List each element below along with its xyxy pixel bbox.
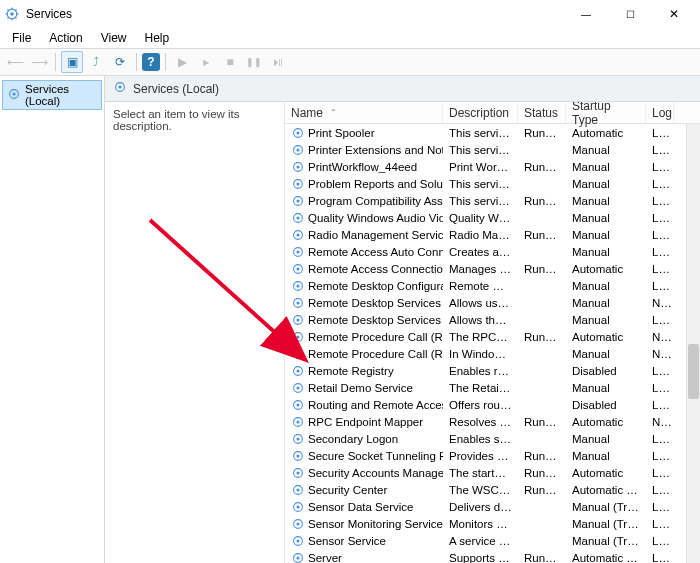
service-row[interactable]: Routing and Remote AccessOffers routi...… [285,396,700,413]
service-name: Sensor Data Service [308,501,413,513]
menu-action[interactable]: Action [41,29,90,47]
refresh-button[interactable]: ⟳ [109,51,131,73]
service-row[interactable]: Problem Reports and Soluti...This servic… [285,175,700,192]
service-row[interactable]: Security Accounts ManagerThe startup ...… [285,464,700,481]
service-description: This service ... [443,144,518,156]
gear-icon [291,381,305,395]
help-button[interactable]: ? [142,53,160,71]
service-logon: Loc [646,127,674,139]
service-status: Running [518,229,566,241]
column-header-startup[interactable]: Startup Type [566,102,646,123]
svg-point-65 [296,556,299,559]
export-list-button[interactable]: ⤴ [85,51,107,73]
menu-file[interactable]: File [4,29,39,47]
service-row[interactable]: Print SpoolerThis service ...RunningAuto… [285,124,700,141]
service-startup: Manual [566,195,646,207]
svg-point-57 [296,488,299,491]
service-row[interactable]: Printer Extensions and Notif...This serv… [285,141,700,158]
gear-icon [291,211,305,225]
column-headers-row: Name ⌃ Description Status Startup Type L… [285,102,700,124]
services-rows: Print SpoolerThis service ...RunningAuto… [285,124,700,563]
svg-point-11 [12,92,15,95]
service-logon: Loc [646,450,674,462]
close-button[interactable]: ✕ [652,0,696,28]
back-button[interactable]: ⟵ [4,51,26,73]
service-row[interactable]: Retail Demo ServiceThe Retail D...Manual… [285,379,700,396]
service-startup: Automatic [566,467,646,479]
stop-service-button[interactable]: ■ [219,51,241,73]
service-row[interactable]: Sensor ServiceA service fo...Manual (Tri… [285,532,700,549]
service-row[interactable]: Remote RegistryEnables rem...DisabledLoc [285,362,700,379]
service-name: Sensor Monitoring Service [308,518,443,530]
service-row[interactable]: Remote Procedure Call (RPC)The RPCSS ...… [285,328,700,345]
service-row[interactable]: Quality Windows Audio Vid...Quality Win.… [285,209,700,226]
service-logon: Loc [646,280,674,292]
gear-icon [291,483,305,497]
vertical-scrollbar[interactable] [686,124,700,563]
start-service-button[interactable]: ▶ [171,51,193,73]
restart-service-button[interactable]: ⏯ [267,51,289,73]
service-name: PrintWorkflow_44eed [308,161,417,173]
service-row[interactable]: Radio Management ServiceRadio Mana...Run… [285,226,700,243]
service-row[interactable]: Remote Desktop Services U...Allows the r… [285,311,700,328]
menu-help[interactable]: Help [137,29,178,47]
service-name: Secure Socket Tunneling Pr... [308,450,443,462]
service-name: Quality Windows Audio Vid... [308,212,443,224]
gear-icon [291,449,305,463]
description-column: Select an item to view its description. [105,102,285,563]
menu-view[interactable]: View [93,29,135,47]
column-header-logon[interactable]: Log [646,102,674,123]
svg-point-23 [296,199,299,202]
service-row[interactable]: Remote Procedure Call (RP...In Windows..… [285,345,700,362]
service-startup: Manual [566,178,646,190]
service-row[interactable]: ServerSupports fil...RunningAutomatic (T… [285,549,700,563]
service-row[interactable]: RPC Endpoint MapperResolves RP...Running… [285,413,700,430]
service-name: Print Spooler [308,127,374,139]
service-description: In Windows... [443,348,518,360]
service-row[interactable]: Remote Desktop Configurat...Remote Des..… [285,277,700,294]
service-row[interactable]: Secondary LogonEnables star...ManualLoc [285,430,700,447]
column-header-status[interactable]: Status [518,102,566,123]
service-status: Running [518,450,566,462]
gear-icon [291,330,305,344]
service-name: Remote Procedure Call (RP... [308,348,443,360]
service-row[interactable]: PrintWorkflow_44eedPrint Workfl...Runnin… [285,158,700,175]
svg-point-59 [296,505,299,508]
service-startup: Manual (Trig... [566,501,646,513]
column-header-description[interactable]: Description [443,102,518,123]
service-row[interactable]: Sensor Data ServiceDelivers dat...Manual… [285,498,700,515]
service-startup: Automatic [566,416,646,428]
gear-icon [291,262,305,276]
service-description: Remote Des... [443,280,518,292]
maximize-button[interactable]: ☐ [608,0,652,28]
service-status: Running [518,331,566,343]
service-logon: Loc [646,382,674,394]
tree-root-services-local[interactable]: Services (Local) [2,80,102,110]
service-description: Allows user... [443,297,518,309]
service-row[interactable]: Program Compatibility Assi...This servic… [285,192,700,209]
service-logon: Loc [646,144,674,156]
svg-point-37 [296,318,299,321]
service-description: Resolves RP... [443,416,518,428]
service-description: Delivers dat... [443,501,518,513]
service-row[interactable]: Remote Access Connection...Manages di...… [285,260,700,277]
service-description: Supports fil... [443,552,518,564]
service-startup: Manual [566,433,646,445]
column-header-name[interactable]: Name ⌃ [285,102,443,123]
service-description: Allows the r... [443,314,518,326]
service-row[interactable]: Remote Desktop ServicesAllows user...Man… [285,294,700,311]
service-row[interactable]: Remote Access Auto Conne...Creates a co.… [285,243,700,260]
service-row[interactable]: Security CenterThe WSCSV...RunningAutoma… [285,481,700,498]
service-logon: Loc [646,229,674,241]
toolbar-separator [136,53,137,71]
service-name: Remote Access Auto Conne... [308,246,443,258]
show-hide-tree-button[interactable]: ▣ [61,51,83,73]
scroll-thumb[interactable] [688,344,699,399]
minimize-button[interactable]: — [564,0,608,28]
service-logon: Loc [646,178,674,190]
service-row[interactable]: Sensor Monitoring ServiceMonitors va...M… [285,515,700,532]
service-name: Remote Procedure Call (RPC) [308,331,443,343]
pause-service-button[interactable]: ❚❚ [243,51,265,73]
service-row[interactable]: Secure Socket Tunneling Pr...Provides su… [285,447,700,464]
forward-button[interactable]: ⟶ [28,51,50,73]
